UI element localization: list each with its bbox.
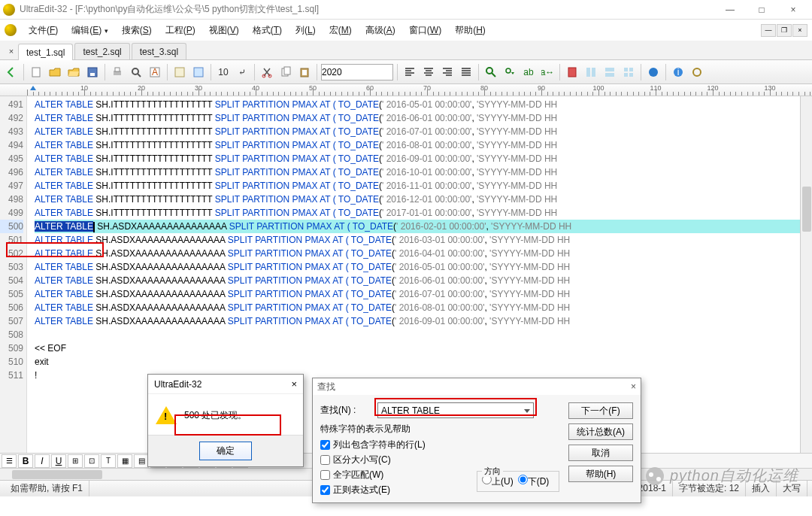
svg-rect-9 bbox=[175, 68, 184, 77]
menu-item-h[interactable]: 帮助(H) bbox=[449, 21, 492, 40]
menu-item-v[interactable]: 视图(V) bbox=[203, 21, 245, 40]
web-icon[interactable] bbox=[645, 64, 662, 80]
dialog-title: UltraEdit-32 bbox=[154, 379, 201, 390]
scrollbar-handle[interactable] bbox=[802, 187, 811, 232]
mini-close-button[interactable]: × bbox=[792, 24, 807, 37]
find-title: 查找 bbox=[317, 381, 335, 393]
mini-minimize-button[interactable]: — bbox=[761, 24, 776, 37]
format-btn-8[interactable]: ▤ bbox=[134, 454, 149, 468]
menu-item-a[interactable]: 高级(A) bbox=[359, 21, 401, 40]
form-icon[interactable] bbox=[171, 64, 188, 80]
svg-rect-31 bbox=[624, 73, 628, 77]
direction-group: 方向 上(U) 下(D) bbox=[477, 471, 559, 492]
help-icon[interactable]: i bbox=[670, 64, 686, 80]
mini-restore-button[interactable]: ❐ bbox=[777, 24, 792, 37]
menu-item-f[interactable]: 文件(F) bbox=[23, 21, 64, 40]
tab-test_1-sql[interactable]: test_1.sql bbox=[18, 44, 73, 60]
new-file-icon[interactable] bbox=[28, 64, 44, 80]
menu-item-t[interactable]: 格式(T) bbox=[247, 21, 288, 40]
format-btn-0[interactable]: ☰ bbox=[2, 454, 17, 468]
menu-item-w[interactable]: 窗口(W) bbox=[403, 21, 447, 40]
format-btn-5[interactable]: ⊡ bbox=[84, 454, 99, 468]
scrollbar-handle[interactable] bbox=[12, 470, 102, 479]
settings-icon[interactable] bbox=[689, 64, 705, 80]
wrap-icon[interactable]: ⤶ bbox=[234, 64, 250, 80]
menu-item-m[interactable]: 宏(M) bbox=[323, 21, 358, 40]
replace-all-icon[interactable]: a↔ bbox=[539, 64, 556, 80]
status-help: 如需帮助, 请按 F1 bbox=[5, 481, 89, 496]
split-h-icon[interactable] bbox=[583, 64, 599, 80]
cut-icon[interactable] bbox=[259, 64, 275, 80]
toolbar-combo[interactable] bbox=[321, 64, 393, 80]
split-v-icon[interactable] bbox=[601, 64, 618, 80]
message-dialog: UltraEdit-32 × 500 处已发现。 确定 bbox=[147, 374, 304, 467]
minimize-button[interactable]: — bbox=[714, 1, 746, 19]
list-icon[interactable] bbox=[190, 64, 207, 80]
find-next-button[interactable]: 下一个(F) bbox=[568, 402, 633, 419]
open-folder-icon[interactable] bbox=[65, 64, 82, 80]
paste-icon[interactable] bbox=[296, 64, 313, 80]
copy-icon[interactable] bbox=[277, 64, 294, 80]
back-icon[interactable] bbox=[3, 64, 20, 80]
align-right-icon[interactable] bbox=[439, 64, 456, 80]
dialog-title-bar[interactable]: 查找 × bbox=[313, 378, 641, 395]
replace-icon[interactable]: ab bbox=[520, 64, 537, 80]
format-btn-1[interactable]: B bbox=[18, 454, 33, 468]
tab-test_3-sql[interactable]: test_3.sql bbox=[132, 43, 186, 59]
save-icon[interactable] bbox=[84, 64, 101, 80]
bookmark-icon[interactable] bbox=[564, 64, 580, 80]
align-center-icon[interactable] bbox=[420, 64, 437, 80]
svg-rect-0 bbox=[32, 68, 40, 77]
tab-test_2-sql[interactable]: test_2.sql bbox=[74, 43, 129, 59]
svg-text:10: 10 bbox=[218, 67, 229, 77]
svg-point-5 bbox=[132, 68, 138, 74]
open-icon[interactable] bbox=[47, 64, 63, 80]
menu-item-e[interactable]: 编辑(E) ▾ bbox=[65, 21, 114, 40]
count-button[interactable]: 统计总数(A) bbox=[568, 423, 633, 440]
ok-button[interactable]: 确定 bbox=[199, 442, 252, 460]
svg-rect-32 bbox=[629, 73, 633, 77]
menu-item-l[interactable]: 列(L) bbox=[289, 21, 322, 40]
direction-down-radio[interactable]: 下(D) bbox=[518, 475, 550, 488]
dialog-close-icon[interactable]: × bbox=[291, 378, 297, 390]
status-selection: 字节被选定: 12 bbox=[673, 481, 746, 496]
find-label: 查找(N) : bbox=[320, 404, 373, 417]
close-tab-icon[interactable]: × bbox=[5, 43, 18, 59]
grid-icon[interactable] bbox=[620, 64, 637, 80]
svg-text:⤶: ⤶ bbox=[238, 67, 246, 77]
svg-rect-4 bbox=[115, 68, 120, 71]
find-dialog: 查找 × 查找(N) : ALTER TABLE 特殊字符的表示见帮助 列出包含… bbox=[312, 378, 641, 503]
svg-line-6 bbox=[138, 74, 141, 77]
format-btn-2[interactable]: I bbox=[35, 454, 50, 468]
print-preview-icon[interactable] bbox=[128, 64, 144, 80]
ruler-caret-icon bbox=[30, 86, 36, 90]
svg-rect-28 bbox=[605, 73, 614, 77]
dialog-message: 500 处已发现。 bbox=[184, 409, 247, 422]
menu-item-p[interactable]: 工程(P) bbox=[159, 21, 201, 40]
window-title: UltraEdit-32 - [F:\python\py自动化运维\公众号\5 … bbox=[20, 3, 714, 16]
align-left-icon[interactable] bbox=[401, 64, 418, 80]
format-btn-3[interactable]: U bbox=[51, 454, 66, 468]
menu-item-s[interactable]: 搜索(S) bbox=[116, 21, 158, 40]
doc-a-icon[interactable]: A bbox=[147, 64, 163, 80]
format-btn-7[interactable]: ▦ bbox=[117, 454, 132, 468]
svg-line-20 bbox=[492, 73, 495, 77]
find-icon[interactable] bbox=[483, 64, 499, 80]
maximize-button[interactable]: □ bbox=[746, 1, 777, 19]
svg-text:ab: ab bbox=[523, 67, 534, 77]
dialog-title-bar[interactable]: UltraEdit-32 × bbox=[148, 375, 303, 394]
find-input[interactable]: ALTER TABLE bbox=[377, 402, 534, 418]
cancel-button[interactable]: 取消 bbox=[568, 445, 633, 461]
format-btn-6[interactable]: T bbox=[101, 454, 116, 468]
align-justify-icon[interactable] bbox=[458, 64, 474, 80]
dialog-close-icon[interactable]: × bbox=[631, 381, 636, 392]
tab-bar: × test_1.sqltest_2.sqltest_3.sql bbox=[0, 41, 812, 60]
print-icon[interactable] bbox=[109, 64, 126, 80]
close-button[interactable]: × bbox=[777, 1, 809, 19]
find-next-icon[interactable] bbox=[501, 64, 518, 80]
hex-icon[interactable]: 10 bbox=[215, 64, 232, 80]
help-button[interactable]: 帮助(H) bbox=[568, 466, 633, 482]
format-btn-4[interactable]: ⊞ bbox=[68, 454, 83, 468]
vertical-scrollbar[interactable] bbox=[800, 96, 812, 453]
svg-text:a↔: a↔ bbox=[541, 67, 553, 77]
